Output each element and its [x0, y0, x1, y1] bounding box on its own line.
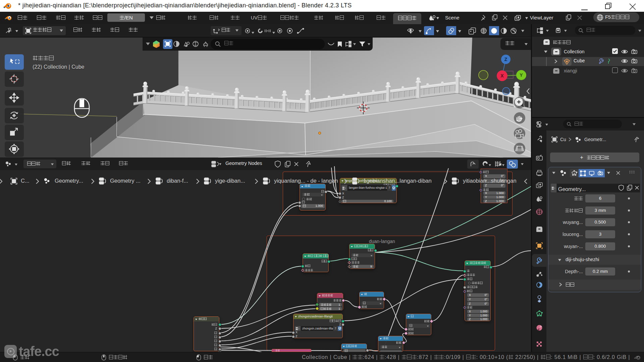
svg-text:Y: Y	[520, 72, 523, 78]
svg-text:X: X	[500, 73, 504, 78]
svg-text:Z: Z	[504, 57, 507, 62]
